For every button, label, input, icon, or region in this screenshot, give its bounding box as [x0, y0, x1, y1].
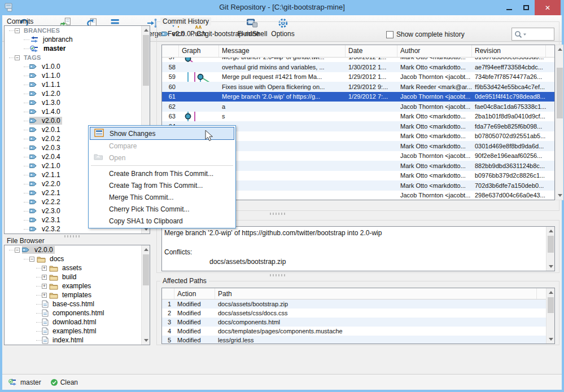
tree-item-label: templates	[60, 291, 93, 299]
column-header-graph[interactable]: Graph	[179, 45, 219, 57]
cell-author: Mark Otto <markdotto...	[397, 113, 472, 120]
paths-column-header-action[interactable]: Action	[174, 288, 215, 299]
titlebar[interactable]: Git Repository - [C:\git-bootstrap-mine]…	[0, 0, 564, 15]
commit-row[interactable]: 57Merge branch '2.0-wip' of github:twi..…	[162, 58, 554, 62]
tree-item-templates[interactable]: +templates	[5, 290, 141, 299]
history-message-splitter[interactable]	[270, 213, 287, 215]
statusbar-branch: master	[20, 378, 41, 386]
cell-num: 1	[162, 301, 174, 307]
tree-item-v1-3-0[interactable]: v1.3.0	[5, 98, 141, 107]
menu-item-create-branch-from-this-commit-[interactable]: Create Branch from This Commit...	[90, 168, 234, 179]
affected-paths-header[interactable]: ActionPath	[162, 288, 554, 299]
commit-row[interactable]: 63sMark Otto <markdotto...2ba1b01f8d9a04…	[162, 112, 554, 122]
expand-icon[interactable]: +	[42, 275, 47, 280]
tree-item-download-html[interactable]: download.html	[5, 318, 141, 327]
commit-table-header[interactable]: GraphMessageDateAuthorRevision	[162, 45, 554, 58]
tree-item-index-html[interactable]: index.html	[5, 336, 141, 345]
show-complete-history[interactable]: Show complete history	[386, 30, 465, 38]
tree-item-label: v2.3.2	[40, 225, 62, 233]
tree-item-label: v2.1.0	[40, 162, 62, 170]
column-header-date[interactable]: Date	[346, 45, 397, 57]
search-input[interactable]	[511, 28, 554, 41]
tree-item-label: v2.2.2	[40, 198, 62, 206]
commit-row[interactable]: 61Merge branch '2.0-wip' of https://g...…	[162, 92, 554, 102]
collapse-icon[interactable]: −	[29, 257, 34, 262]
tree-item-base-css-html[interactable]: base-css.html	[5, 299, 141, 309]
commit-row[interactable]: 59Merge pull request #1421 from Ma...1/2…	[162, 72, 554, 82]
commit-row[interactable]: 62aJacob Thornton <jacobt...fae04c8ac1da…	[162, 102, 554, 112]
commit-row[interactable]: 60Fixes issue with Opera flickering on..…	[162, 82, 554, 92]
tree-item-assets[interactable]: +assets	[5, 263, 141, 272]
message-paths-splitter[interactable]	[270, 274, 287, 276]
collapse-icon[interactable]: −	[15, 55, 20, 60]
tree-item-examples-html[interactable]: examples.html	[5, 327, 141, 336]
paths-column-header-num[interactable]	[162, 288, 174, 299]
tag-icon	[29, 81, 38, 88]
path-row[interactable]: 2Modifieddocs/assets/css/docs.css	[162, 309, 554, 318]
tree-item-v2-0-0[interactable]: v2.0.0	[5, 116, 141, 125]
tree-item-v2-0-0[interactable]: −v2.0.0	[5, 245, 141, 254]
show-complete-history-checkbox[interactable]	[386, 31, 394, 38]
tree-item-v1-0-0[interactable]: v1.0.0	[5, 62, 141, 71]
menu-item-cherry-pick-this-commit-[interactable]: Cherry Pick This Commit...	[90, 203, 234, 215]
path-row[interactable]: 1Modifieddocs/assets/bootstrap.zip	[162, 299, 554, 309]
menu-item-merge-this-commit-[interactable]: Merge This Commit...	[90, 191, 234, 203]
menu-item-create-tag-from-this-commit-[interactable]: Create Tag from This Commit...	[90, 179, 234, 191]
column-header-author[interactable]: Author	[397, 45, 472, 57]
expand-icon[interactable]: +	[42, 284, 47, 289]
paths-column-header-path[interactable]: Path	[215, 288, 537, 299]
expand-icon[interactable]: +	[42, 293, 47, 298]
file-browser-panel-title: File Browser	[7, 237, 45, 245]
cell-path: less/grid.less	[215, 337, 537, 343]
commit-table-scrollbar[interactable]	[555, 45, 563, 200]
tag-icon	[29, 108, 38, 115]
tree-item-docs[interactable]: −docs	[5, 254, 141, 263]
column-header-message[interactable]: Message	[219, 45, 346, 57]
column-header-num[interactable]	[162, 45, 179, 57]
tag-icon	[29, 135, 38, 142]
affected-paths-scrollbar[interactable]	[546, 288, 554, 343]
expand-icon[interactable]: +	[42, 266, 47, 271]
menu-item-label: Merge This Commit...	[109, 193, 173, 201]
close-button[interactable]: ✕	[535, 0, 561, 15]
collapse-icon[interactable]: −	[15, 248, 20, 253]
file-browser-scrollbar[interactable]	[141, 245, 150, 345]
minimize-button[interactable]	[501, 0, 518, 15]
cell-msg: M	[219, 172, 346, 179]
commit-row[interactable]: 58overhaul grid mixins and variables, ..…	[162, 62, 554, 72]
tree-item-components-html[interactable]: components.html	[5, 309, 141, 318]
tree-item-jonbranch[interactable]: jonbranch	[5, 35, 141, 44]
tree-item-label: v2.2.1	[40, 189, 62, 197]
commit-message-scrollbar[interactable]	[546, 227, 554, 271]
sidebar-splitter[interactable]	[64, 235, 81, 237]
tree-item-v1-1-1[interactable]: v1.1.1	[5, 80, 141, 89]
menu-item-copy-sha1-to-clipboard[interactable]: Copy SHA1 to Clipboard	[90, 215, 234, 227]
menu-separator	[91, 165, 233, 166]
path-row[interactable]: 5Modifiedless/grid.less	[162, 336, 554, 343]
tree-item-tags[interactable]: −TAGS	[5, 53, 141, 62]
cell-rev: 2ba1b01f8d9a0410d9cf...	[472, 113, 546, 120]
tree-item-build[interactable]: +build	[5, 272, 141, 281]
path-row[interactable]: 4Modifieddocs/templates/pages/components…	[162, 327, 554, 336]
search-icon	[514, 30, 527, 38]
tree-item-branches[interactable]: −BRANCHES	[5, 26, 141, 35]
maximize-button[interactable]	[518, 0, 535, 15]
cell-msg: overhaul grid mixins and variables, ...	[219, 64, 346, 71]
menu-item-show-changes[interactable]: Show Changes	[90, 127, 234, 140]
tree-item-v1-2-0[interactable]: v1.2.0	[5, 89, 141, 98]
tag-icon	[29, 99, 38, 106]
collapse-icon[interactable]: −	[15, 28, 20, 33]
tree-item-master[interactable]: master	[5, 44, 141, 53]
cell-action: Modified	[174, 319, 215, 325]
tree-item-examples[interactable]: +examples	[5, 281, 141, 290]
tree-item-v1-4-0[interactable]: v1.4.0	[5, 107, 141, 116]
tree-item-v1-1-0[interactable]: v1.1.0	[5, 71, 141, 80]
commit-row-partial[interactable]: 57Merge branch '2.0-wip' of github:twi..…	[162, 58, 554, 62]
column-header-revision[interactable]: Revision	[472, 45, 546, 57]
path-row[interactable]: 3Modifieddocs/components.html	[162, 318, 554, 327]
cell-author: Mark Otto <markdotto...	[397, 162, 472, 169]
commit-message-box[interactable]: Merge branch '2.0-wip' of https://github…	[161, 226, 555, 271]
current-ref: v2.0.0 : C:\git-bootstrap-mine	[161, 30, 260, 38]
cell-num: 61	[162, 93, 179, 100]
cell-msg: a	[219, 103, 346, 110]
